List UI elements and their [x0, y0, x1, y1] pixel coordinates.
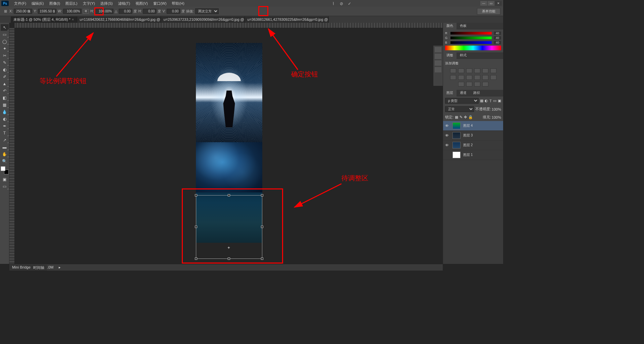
dock-icon-2[interactable]	[435, 54, 441, 59]
aspect-link-icon[interactable]: ⛓	[83, 9, 89, 14]
layer-kind-filter[interactable]: ρ 类型	[445, 98, 479, 104]
close-icon[interactable]: ×	[72, 17, 74, 21]
g-value[interactable]: 40	[494, 36, 501, 40]
healing-tool[interactable]: ◐	[1, 66, 9, 73]
tab-color[interactable]: 颜色	[443, 23, 457, 30]
doc-tab-2[interactable]: u=1169420632,1766690468&fm=26&gp=0.jpg @…	[77, 16, 161, 23]
filter-smart-icon[interactable]: ▣	[498, 99, 501, 103]
adj-invert-icon[interactable]	[490, 75, 496, 80]
lock-trans-icon[interactable]: ▦	[455, 115, 458, 119]
tab-styles[interactable]: 样式	[457, 52, 470, 59]
layer-name[interactable]: 图层 1	[463, 153, 473, 157]
minimize-button[interactable]: —	[480, 1, 487, 6]
layer-name[interactable]: 图层 2	[463, 143, 473, 148]
filter-shape-icon[interactable]: ▭	[493, 99, 496, 103]
adj-threshold-icon[interactable]	[466, 82, 472, 87]
layer-thumbnail[interactable]	[452, 132, 461, 139]
workspace-switcher[interactable]: 基本功能	[477, 8, 500, 15]
layer-name[interactable]: 图层 3	[463, 133, 473, 138]
adj-selective-icon[interactable]	[482, 82, 488, 87]
b-slider[interactable]	[450, 41, 492, 44]
move-tool[interactable]: ↖	[1, 24, 9, 31]
quickmask-tool[interactable]: ▣	[1, 176, 9, 183]
history-brush-tool[interactable]: ↶	[1, 88, 9, 94]
commit-transform-icon[interactable]: ✓	[347, 1, 352, 6]
dodge-tool[interactable]: ◐	[1, 116, 9, 122]
dock-icon-4[interactable]	[435, 67, 441, 72]
gradient-tool[interactable]: ▦	[1, 102, 9, 108]
filter-pixel-icon[interactable]: ▦	[480, 99, 483, 103]
color-swatches[interactable]	[1, 166, 9, 174]
doc-tab-4[interactable]: u=3638812661,4278309225&fm=26&gp=0.jpg @…	[245, 16, 329, 23]
spectrum-bar[interactable]	[445, 46, 501, 50]
adj-posterize-icon[interactable]	[458, 82, 464, 87]
menu-select[interactable]: 选择(S)	[98, 1, 115, 6]
tab-adjustments[interactable]: 调整	[443, 52, 457, 59]
adj-photo-filter-icon[interactable]	[466, 75, 472, 80]
layer-name[interactable]: 图层 4	[463, 123, 473, 128]
adj-lookup-icon[interactable]	[482, 75, 488, 80]
g-slider[interactable]	[450, 37, 492, 39]
shape-tool[interactable]: ▬	[1, 144, 9, 151]
skew-v-input[interactable]	[167, 9, 180, 14]
collapsed-dock[interactable]	[433, 46, 443, 86]
lock-pixel-icon[interactable]: ✎	[460, 115, 463, 119]
ruler-vertical[interactable]	[9, 28, 15, 264]
cancel-transform-icon[interactable]: ⊘	[339, 1, 344, 6]
menu-filter[interactable]: 滤镜(T)	[115, 1, 133, 6]
blend-mode-select[interactable]: 正常	[445, 106, 474, 112]
interpolation-select[interactable]: 两次立方	[195, 8, 219, 14]
blur-tool[interactable]: 💧	[1, 109, 9, 115]
adj-channel-mix-icon[interactable]	[474, 75, 480, 80]
doc-tab-1[interactable]: 未标题-1 @ 50% (图层 4, RGB/8) *×	[11, 16, 77, 23]
menu-layer[interactable]: 图层(L)	[63, 1, 80, 6]
menu-file[interactable]: 文件(F)	[11, 1, 29, 6]
lock-pos-icon[interactable]: ✥	[464, 115, 467, 119]
adj-bw-icon[interactable]	[458, 75, 464, 80]
wand-tool[interactable]: ✦	[1, 45, 9, 52]
adj-exposure-icon[interactable]	[474, 68, 480, 73]
adj-vibrance-icon[interactable]	[482, 68, 488, 73]
lock-all-icon[interactable]: 🔒	[468, 115, 473, 119]
type-tool[interactable]: T	[1, 130, 9, 136]
tab-timeline[interactable]: 时间轴	[33, 265, 44, 270]
layer-row[interactable]: 图层 1	[443, 150, 503, 160]
warp-icon[interactable]: ⌇	[331, 1, 336, 6]
dock-icon-1[interactable]	[435, 47, 441, 52]
r-slider[interactable]	[450, 32, 492, 35]
layer-thumbnail[interactable]	[452, 122, 461, 129]
visibility-icon[interactable]: 👁	[445, 133, 450, 137]
adj-brightness-icon[interactable]	[450, 68, 456, 73]
layer-row[interactable]: 👁 图层 2	[443, 140, 503, 150]
layer-thumbnail[interactable]	[452, 152, 461, 158]
maximize-button[interactable]: ▭	[488, 1, 494, 6]
ruler-horizontal[interactable]	[15, 23, 443, 28]
lasso-tool[interactable]: ◯	[1, 38, 9, 45]
b-value[interactable]: 40	[494, 41, 501, 44]
x-input[interactable]	[14, 9, 32, 14]
marquee-tool[interactable]: ▭	[1, 31, 9, 38]
menu-view[interactable]: 视图(V)	[133, 1, 151, 6]
y-input[interactable]	[38, 9, 56, 14]
tab-layers[interactable]: 图层	[443, 90, 457, 97]
close-button[interactable]: ✕	[495, 1, 502, 6]
eyedropper-tool[interactable]: ✎	[1, 59, 9, 66]
menu-edit[interactable]: 编辑(E)	[29, 1, 47, 6]
filter-adjust-icon[interactable]: ◐	[485, 99, 488, 103]
adj-hue-icon[interactable]	[490, 68, 496, 73]
eraser-tool[interactable]: ◧	[1, 95, 9, 101]
hand-tool[interactable]: ✋	[1, 151, 9, 158]
skew-h-input[interactable]	[143, 9, 156, 14]
pen-tool[interactable]: ✒	[1, 123, 9, 129]
menu-type[interactable]: 文字(Y)	[80, 1, 98, 6]
filter-type-icon[interactable]: T	[489, 99, 492, 103]
adj-levels-icon[interactable]	[458, 68, 464, 73]
canvas-area[interactable]: ✦ 等比例调节按钮 确定按钮 待调整区	[9, 23, 443, 264]
fill-value[interactable]: 100%	[492, 115, 501, 119]
tab-swatches[interactable]: 色板	[457, 23, 470, 30]
menu-window[interactable]: 窗口(W)	[151, 1, 169, 6]
visibility-icon[interactable]: 👁	[445, 124, 450, 128]
menu-image[interactable]: 图像(I)	[47, 1, 63, 6]
layer-row[interactable]: 👁 图层 4	[443, 121, 503, 131]
tab-minibridge[interactable]: Mini Bridge	[12, 265, 31, 270]
